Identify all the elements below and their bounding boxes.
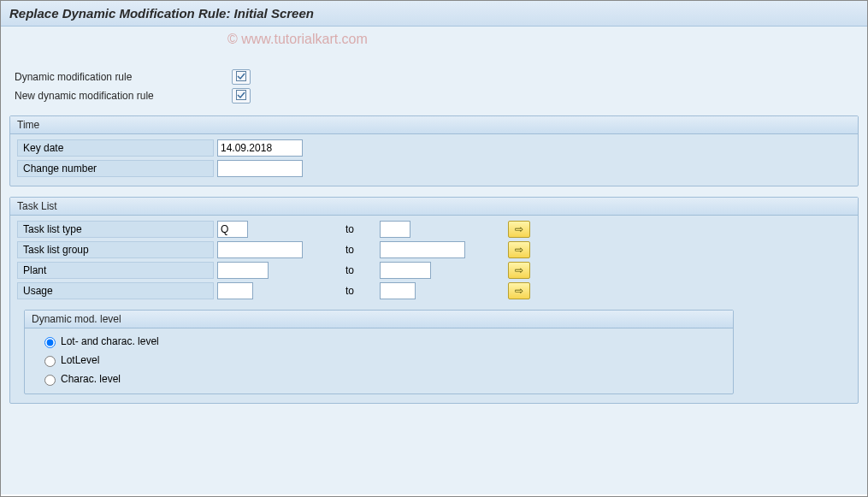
dyn-mod-level-title: Dynamic mod. level — [25, 311, 733, 328]
tasklist-group-to-label: to — [345, 244, 380, 256]
change-number-label: Change number — [17, 160, 214, 177]
top-fields: Dynamic modification rule New dynamic mo… — [9, 68, 859, 105]
plant-to-label: to — [345, 264, 380, 276]
group-tasklist-title: Task List — [10, 198, 858, 216]
dyn-mod-rule-label: Dynamic modification rule — [9, 71, 232, 83]
window-title: Replace Dynamic Modification Rule: Initi… — [1, 1, 867, 27]
radio-charac-level-label: Charac. level — [61, 373, 121, 385]
tasklist-group-label: Task list group — [17, 241, 214, 258]
arrow-right-icon: ⇨ — [515, 285, 523, 297]
change-number-input[interactable] — [217, 160, 303, 177]
tasklist-group-multiselect[interactable]: ⇨ — [508, 241, 530, 258]
valuehelp-icon — [236, 90, 246, 102]
group-dyn-mod-level: Dynamic mod. level Lot- and charac. leve… — [24, 310, 734, 394]
group-time-title: Time — [10, 116, 858, 134]
key-date-input[interactable] — [217, 139, 303, 157]
tasklist-type-to[interactable] — [380, 221, 410, 238]
plant-from[interactable] — [217, 262, 269, 279]
watermark: © www.tutorialkart.com — [227, 32, 368, 47]
tasklist-type-from[interactable] — [217, 221, 248, 238]
new-dyn-mod-rule-label: New dynamic modification rule — [9, 90, 232, 102]
arrow-right-icon: ⇨ — [515, 244, 523, 256]
radio-charac-level[interactable] — [44, 375, 56, 386]
tasklist-type-multiselect[interactable]: ⇨ — [508, 221, 530, 238]
arrow-right-icon: ⇨ — [515, 264, 523, 276]
tasklist-group-from[interactable] — [217, 241, 303, 258]
tasklist-group-to[interactable] — [380, 241, 465, 258]
usage-multiselect[interactable]: ⇨ — [508, 282, 530, 299]
new-dyn-mod-rule-valuehelp[interactable] — [232, 88, 251, 104]
group-time: Time Key date Change number — [9, 115, 859, 186]
radio-lot-charac-level[interactable] — [44, 337, 56, 348]
plant-to[interactable] — [380, 262, 431, 279]
plant-label: Plant — [17, 262, 214, 279]
dyn-mod-rule-valuehelp[interactable] — [232, 69, 251, 85]
radio-lot-level-label: LotLevel — [61, 354, 99, 366]
tasklist-type-to-label: to — [345, 223, 380, 235]
valuehelp-icon — [236, 71, 246, 83]
usage-from[interactable] — [217, 282, 253, 299]
radio-lot-level[interactable] — [44, 356, 56, 367]
radio-lot-charac-label: Lot- and charac. level — [61, 335, 159, 347]
tasklist-type-label: Task list type — [17, 221, 214, 238]
plant-multiselect[interactable]: ⇨ — [508, 262, 530, 279]
window-title-text: Replace Dynamic Modification Rule: Initi… — [9, 6, 314, 21]
usage-label: Usage — [17, 282, 214, 299]
key-date-label: Key date — [17, 139, 214, 157]
usage-to-label: to — [345, 285, 380, 297]
content-area: © www.tutorialkart.com Dynamic modificat… — [1, 27, 867, 494]
group-tasklist: Task List Task list type to ⇨ Task list … — [9, 197, 859, 404]
arrow-right-icon: ⇨ — [515, 223, 523, 235]
usage-to[interactable] — [380, 282, 416, 299]
